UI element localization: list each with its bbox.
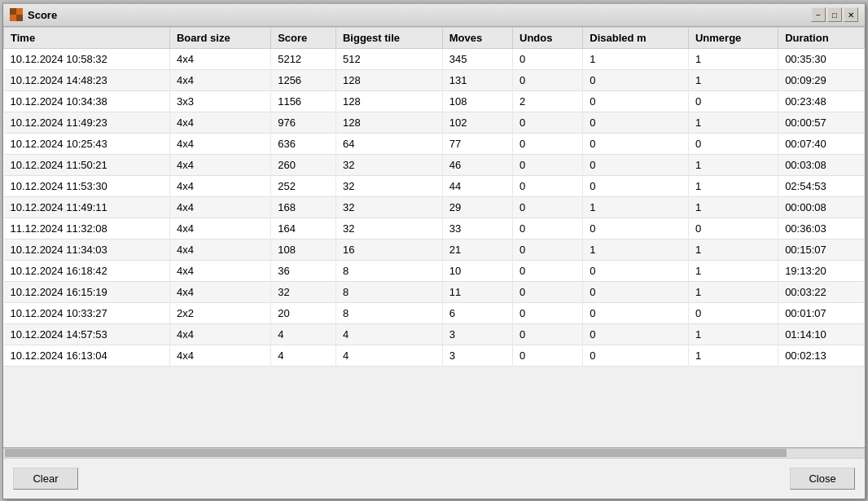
table-row: 10.12.2024 11:50:214x4260324600100:03:08 bbox=[4, 154, 865, 175]
cell-unmerge: 1 bbox=[688, 196, 778, 218]
cell-disabled: 0 bbox=[583, 218, 689, 239]
table-row: 10.12.2024 14:57:534x444300101:14:10 bbox=[4, 323, 865, 345]
cell-duration: 02:54:53 bbox=[778, 175, 865, 196]
cell-biggest_tile: 8 bbox=[335, 260, 442, 281]
cell-disabled: 0 bbox=[583, 260, 689, 281]
cell-board_size: 4x4 bbox=[169, 239, 270, 260]
cell-undos: 0 bbox=[513, 260, 583, 281]
clear-button[interactable]: Clear bbox=[13, 468, 78, 490]
table-row: 10.12.2024 10:34:383x3115612810820000:23… bbox=[4, 90, 865, 112]
cell-score: 168 bbox=[271, 196, 336, 218]
cell-score: 5212 bbox=[271, 48, 336, 69]
table-row: 11.12.2024 11:32:084x4164323300000:36:03 bbox=[4, 218, 865, 239]
col-disabled: Disabled m bbox=[583, 27, 689, 48]
horizontal-scrollbar[interactable] bbox=[3, 448, 865, 458]
cell-score: 636 bbox=[271, 133, 336, 154]
cell-score: 164 bbox=[271, 218, 336, 239]
cell-duration: 00:36:03 bbox=[778, 218, 865, 239]
cell-board_size: 4x4 bbox=[169, 323, 270, 345]
cell-board_size: 4x4 bbox=[169, 196, 270, 218]
table-container: Time Board size Score Biggest tile Moves… bbox=[3, 27, 865, 448]
cell-undos: 0 bbox=[513, 323, 583, 345]
cell-duration: 19:13:20 bbox=[778, 260, 865, 281]
cell-score: 108 bbox=[271, 239, 336, 260]
cell-score: 1156 bbox=[271, 90, 336, 112]
cell-duration: 00:00:08 bbox=[778, 196, 865, 218]
table-row: 10.12.2024 11:49:234x497612810200100:00:… bbox=[4, 112, 865, 133]
minimize-button[interactable]: − bbox=[811, 7, 826, 22]
cell-duration: 00:15:07 bbox=[778, 239, 865, 260]
cell-board_size: 4x4 bbox=[169, 281, 270, 302]
cell-moves: 6 bbox=[442, 302, 512, 323]
cell-unmerge: 1 bbox=[688, 112, 778, 133]
svg-rect-1 bbox=[16, 8, 23, 15]
cell-undos: 0 bbox=[513, 218, 583, 239]
scores-table: Time Board size Score Biggest tile Moves… bbox=[3, 27, 865, 367]
cell-undos: 2 bbox=[513, 90, 583, 112]
cell-moves: 11 bbox=[442, 281, 512, 302]
title-buttons: − □ ✕ bbox=[811, 7, 858, 22]
cell-duration: 00:00:57 bbox=[778, 112, 865, 133]
table-row: 10.12.2024 11:34:034x4108162101100:15:07 bbox=[4, 239, 865, 260]
cell-duration: 00:03:08 bbox=[778, 154, 865, 175]
cell-unmerge: 1 bbox=[688, 175, 778, 196]
cell-biggest_tile: 8 bbox=[335, 302, 442, 323]
cell-time: 10.12.2024 11:53:30 bbox=[4, 175, 170, 196]
col-moves: Moves bbox=[442, 27, 512, 48]
maximize-button[interactable]: □ bbox=[827, 7, 842, 22]
cell-moves: 102 bbox=[442, 112, 512, 133]
cell-time: 10.12.2024 11:49:23 bbox=[4, 112, 170, 133]
bottom-bar: Clear Close bbox=[3, 458, 865, 499]
cell-time: 11.12.2024 11:32:08 bbox=[4, 218, 170, 239]
cell-disabled: 0 bbox=[583, 345, 689, 366]
cell-disabled: 0 bbox=[583, 133, 689, 154]
cell-board_size: 4x4 bbox=[169, 133, 270, 154]
main-window: Score − □ ✕ Time Board size Score Bigges… bbox=[2, 2, 866, 499]
cell-undos: 0 bbox=[513, 133, 583, 154]
table-row: 10.12.2024 16:15:194x43281100100:03:22 bbox=[4, 281, 865, 302]
cell-score: 4 bbox=[271, 323, 336, 345]
cell-biggest_tile: 32 bbox=[335, 154, 442, 175]
table-row: 10.12.2024 16:13:044x444300100:02:13 bbox=[4, 345, 865, 366]
cell-score: 1256 bbox=[271, 69, 336, 90]
cell-duration: 00:07:40 bbox=[778, 133, 865, 154]
cell-board_size: 3x3 bbox=[169, 90, 270, 112]
cell-undos: 0 bbox=[513, 345, 583, 366]
col-score: Score bbox=[271, 27, 336, 48]
cell-moves: 33 bbox=[442, 218, 512, 239]
table-row: 10.12.2024 10:58:324x4521251234501100:35… bbox=[4, 48, 865, 69]
table-row: 10.12.2024 10:25:434x4636647700000:07:40 bbox=[4, 133, 865, 154]
cell-disabled: 0 bbox=[583, 323, 689, 345]
cell-undos: 0 bbox=[513, 175, 583, 196]
cell-board_size: 4x4 bbox=[169, 175, 270, 196]
cell-moves: 46 bbox=[442, 154, 512, 175]
cell-moves: 345 bbox=[442, 48, 512, 69]
close-window-button[interactable]: ✕ bbox=[844, 7, 858, 22]
cell-time: 10.12.2024 16:13:04 bbox=[4, 345, 170, 366]
cell-disabled: 0 bbox=[583, 154, 689, 175]
cell-unmerge: 0 bbox=[688, 302, 778, 323]
cell-unmerge: 1 bbox=[688, 48, 778, 69]
cell-board_size: 4x4 bbox=[169, 218, 270, 239]
cell-time: 10.12.2024 14:57:53 bbox=[4, 323, 170, 345]
title-bar-left: Score bbox=[10, 8, 57, 21]
cell-score: 4 bbox=[271, 345, 336, 366]
cell-disabled: 1 bbox=[583, 239, 689, 260]
scrollbar-thumb[interactable] bbox=[5, 449, 787, 457]
cell-disabled: 0 bbox=[583, 302, 689, 323]
close-button[interactable]: Close bbox=[790, 468, 855, 490]
cell-score: 252 bbox=[271, 175, 336, 196]
cell-duration: 00:23:48 bbox=[778, 90, 865, 112]
cell-board_size: 4x4 bbox=[169, 48, 270, 69]
cell-biggest_tile: 128 bbox=[335, 69, 442, 90]
cell-time: 10.12.2024 10:33:27 bbox=[4, 302, 170, 323]
svg-rect-0 bbox=[10, 8, 16, 15]
cell-score: 260 bbox=[271, 154, 336, 175]
cell-undos: 0 bbox=[513, 196, 583, 218]
cell-disabled: 0 bbox=[583, 69, 689, 90]
title-bar: Score − □ ✕ bbox=[3, 4, 865, 27]
cell-biggest_tile: 512 bbox=[335, 48, 442, 69]
cell-biggest_tile: 4 bbox=[335, 323, 442, 345]
cell-biggest_tile: 32 bbox=[335, 218, 442, 239]
cell-biggest_tile: 128 bbox=[335, 90, 442, 112]
